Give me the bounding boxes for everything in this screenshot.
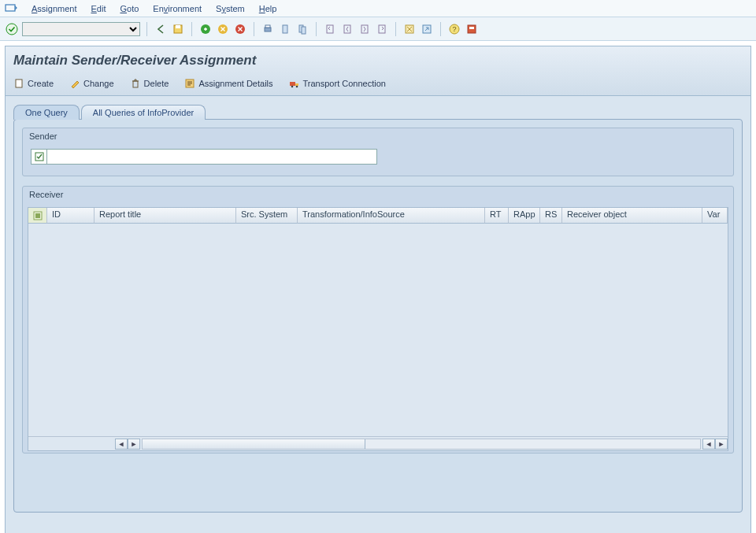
menu-help[interactable]: Help: [259, 4, 277, 13]
delete-label: Delete: [144, 79, 169, 88]
trash-icon: [130, 78, 141, 89]
svg-rect-13: [344, 25, 350, 33]
svg-rect-26: [295, 83, 298, 86]
col-rapp[interactable]: RApp: [509, 208, 540, 224]
col-id[interactable]: ID: [47, 208, 94, 224]
toolbar-separator: [191, 22, 192, 36]
svg-rect-14: [361, 25, 368, 33]
delete-button[interactable]: Delete: [130, 78, 169, 89]
select-all-button[interactable]: [28, 208, 47, 224]
menu-environment[interactable]: Environment: [153, 4, 202, 13]
menu-assignment[interactable]: Assignment: [32, 4, 76, 13]
application-toolbar: Create Change Delete Assignment Details …: [13, 75, 743, 92]
table-header-row: ID Report title Src. System Transformati…: [28, 208, 728, 224]
svg-rect-8: [265, 25, 270, 28]
print-icon[interactable]: [261, 22, 275, 36]
pencil-icon: [69, 78, 80, 89]
standard-toolbar: ?: [0, 17, 756, 41]
svg-rect-21: [469, 27, 474, 29]
title-area: Maintain Sender/Receiver Assignment Crea…: [5, 46, 751, 96]
toolbar-separator: [440, 22, 441, 36]
toolbar-separator: [146, 22, 147, 36]
enter-ok-icon[interactable]: [5, 22, 19, 36]
local-layout-icon[interactable]: [465, 22, 479, 36]
scroll-right-page-icon[interactable]: ►: [128, 439, 140, 450]
menu-goto[interactable]: Goto: [120, 4, 139, 13]
tab-body: Sender Receiver ID: [13, 119, 743, 513]
svg-rect-31: [35, 213, 40, 218]
find-icon[interactable]: [278, 22, 292, 36]
sender-label: Sender: [23, 128, 733, 144]
assignment-details-button[interactable]: Assignment Details: [184, 78, 272, 89]
command-select[interactable]: [23, 23, 139, 35]
help-icon[interactable]: ?: [447, 22, 461, 36]
col-rs[interactable]: RS: [540, 208, 562, 224]
svg-rect-11: [302, 27, 306, 34]
menu-edit[interactable]: Edit: [91, 4, 106, 13]
toolbar-separator: [316, 22, 317, 36]
transport-label: Transport Connection: [303, 79, 386, 88]
cancel-icon[interactable]: [216, 22, 230, 36]
receiver-table: ID Report title Src. System Transformati…: [28, 207, 728, 451]
scroll-track[interactable]: [142, 439, 701, 450]
change-button[interactable]: Change: [69, 78, 114, 89]
svg-rect-3: [176, 25, 180, 28]
save-icon[interactable]: [171, 22, 185, 36]
horizontal-scrollbar: ◄ ► ◄ ►: [28, 436, 728, 450]
col-var[interactable]: Var: [702, 208, 728, 224]
col-rt[interactable]: RT: [485, 208, 509, 224]
sender-input-wrapper: [31, 149, 377, 165]
exit-icon[interactable]: [198, 22, 213, 36]
close-session-icon[interactable]: [233, 22, 247, 36]
details-icon: [184, 78, 195, 89]
new-session-icon[interactable]: [402, 22, 417, 36]
scroll-left-page-icon[interactable]: ◄: [115, 439, 128, 450]
svg-rect-9: [283, 25, 287, 33]
col-transformation[interactable]: Transformation/InfoSource: [298, 208, 485, 224]
previous-page-icon[interactable]: [340, 22, 354, 36]
menu-bar: Assignment Edit Goto Environment System …: [0, 0, 756, 17]
menu-system[interactable]: System: [216, 4, 245, 13]
transport-connection-button[interactable]: Transport Connection: [289, 78, 386, 89]
svg-rect-0: [6, 5, 15, 11]
sender-group: Sender: [22, 128, 734, 176]
svg-point-27: [291, 86, 293, 88]
value-help-icon[interactable]: [31, 149, 46, 165]
change-label: Change: [83, 79, 114, 88]
scroll-right-icon[interactable]: ►: [715, 439, 728, 450]
svg-rect-23: [133, 81, 138, 87]
create-label: Create: [28, 79, 54, 88]
find-next-icon[interactable]: [295, 22, 309, 36]
tab-all-queries[interactable]: All Queries of InfoProvider: [81, 105, 206, 120]
svg-rect-22: [16, 80, 22, 87]
toolbar-separator: [395, 22, 396, 36]
truck-icon: [289, 78, 300, 89]
create-button[interactable]: Create: [13, 78, 54, 89]
next-page-icon[interactable]: [358, 22, 372, 36]
back-icon[interactable]: [154, 22, 168, 36]
page-title: Maintain Sender/Receiver Assignment: [13, 53, 743, 68]
create-shortcut-icon[interactable]: [420, 22, 434, 36]
table-body: [28, 224, 728, 436]
scroll-thumb[interactable]: [143, 439, 365, 449]
command-field[interactable]: [22, 22, 140, 36]
tab-one-query[interactable]: One Query: [13, 105, 80, 120]
svg-rect-7: [265, 28, 271, 31]
sender-input[interactable]: [46, 149, 377, 165]
content-area: One Query All Queries of InfoProvider Se…: [5, 96, 751, 533]
svg-point-28: [295, 86, 298, 88]
svg-rect-25: [290, 82, 295, 86]
create-icon: [13, 78, 24, 89]
receiver-group: Receiver ID Report title Src. System Tra…: [22, 186, 734, 453]
last-page-icon[interactable]: [375, 22, 389, 36]
first-page-icon[interactable]: [323, 22, 337, 36]
toolbar-separator: [254, 22, 254, 36]
col-report-title[interactable]: Report title: [94, 208, 236, 224]
svg-rect-12: [327, 25, 333, 33]
col-receiver-object[interactable]: Receiver object: [562, 208, 702, 224]
scroll-left-icon[interactable]: ◄: [702, 439, 715, 450]
svg-text:?: ?: [452, 25, 456, 33]
sap-menu-icon[interactable]: [5, 2, 17, 15]
receiver-label: Receiver: [23, 187, 733, 202]
col-src-system[interactable]: Src. System: [236, 208, 298, 224]
